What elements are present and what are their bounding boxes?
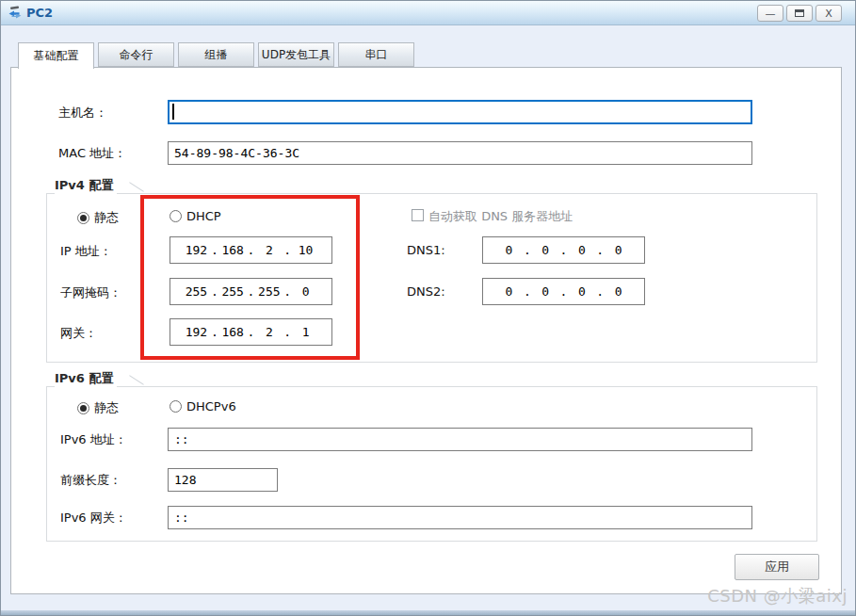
radio-selected-icon bbox=[77, 402, 89, 414]
tab-udp-tool[interactable]: UDP发包工具 bbox=[258, 42, 334, 67]
subnet-mask-field[interactable]: 255. 255. 255. 0 bbox=[170, 278, 332, 305]
maximize-button[interactable] bbox=[786, 5, 813, 22]
gateway-label: 网关： bbox=[60, 325, 97, 342]
subnet-mask-label: 子网掩码： bbox=[60, 284, 121, 301]
ipv6-address-input[interactable] bbox=[168, 428, 752, 451]
hostname-label: 主机名： bbox=[58, 105, 107, 122]
basic-config-panel: 主机名： MAC 地址： IPv4 配置 静态 DHCP IP 地址： 192.… bbox=[10, 67, 842, 594]
apply-button[interactable]: 应用 bbox=[735, 554, 819, 580]
close-button[interactable]: X bbox=[816, 5, 842, 22]
csdn-watermark: CSDN @小梁aixj bbox=[707, 585, 848, 608]
radio-unselected-icon bbox=[170, 210, 182, 222]
ip-address-field[interactable]: 192. 168. 2. 10 bbox=[170, 236, 332, 264]
dns-auto-label: 自动获取 DNS 服务器地址 bbox=[428, 208, 573, 225]
dns1-field[interactable]: 0. 0. 0. 0 bbox=[482, 236, 645, 264]
title-bar[interactable]: PC2 — X bbox=[1, 1, 855, 25]
hostname-input[interactable] bbox=[168, 100, 752, 124]
tab-multicast[interactable]: 组播 bbox=[178, 42, 254, 67]
prefix-length-input[interactable] bbox=[168, 468, 278, 492]
tab-command-line[interactable]: 命令行 bbox=[98, 42, 174, 67]
ipv6-group-label: IPv6 配置 bbox=[55, 370, 117, 387]
mac-input[interactable] bbox=[168, 141, 752, 165]
ipv4-group-tab-line bbox=[129, 182, 144, 192]
dns-auto-checkbox[interactable] bbox=[412, 209, 424, 221]
ipv6-gateway-input[interactable] bbox=[168, 506, 752, 529]
ipv4-static-radio[interactable]: 静态 bbox=[77, 209, 119, 226]
radio-unselected-icon bbox=[170, 400, 182, 413]
text-caret bbox=[172, 104, 174, 120]
minimize-button[interactable]: — bbox=[757, 5, 783, 22]
ipv4-group-label: IPv4 配置 bbox=[55, 177, 117, 194]
tab-basic-config[interactable]: 基础配置 bbox=[18, 42, 94, 69]
window-controls: — X bbox=[757, 5, 842, 22]
radio-selected-icon bbox=[77, 212, 89, 224]
ipv4-dhcp-radio[interactable]: DHCP bbox=[170, 209, 221, 223]
ipv6-group-tab-line bbox=[129, 375, 144, 385]
tab-serial-port[interactable]: 串口 bbox=[338, 42, 414, 67]
ipv6-static-radio[interactable]: 静态 bbox=[77, 399, 119, 416]
mac-label: MAC 地址： bbox=[58, 145, 126, 162]
dns2-field[interactable]: 0. 0. 0. 0 bbox=[482, 278, 645, 305]
ip-address-label: IP 地址： bbox=[60, 243, 112, 260]
dns2-label: DNS2: bbox=[407, 284, 445, 299]
ensp-pc-icon bbox=[8, 6, 23, 21]
prefix-length-label: 前缀长度： bbox=[60, 472, 121, 489]
pc-config-window: PC2 — X 基础配置 命令行 组播 UDP发包工具 串口 主机名： MAC … bbox=[0, 0, 856, 616]
maximize-icon bbox=[795, 9, 804, 17]
ipv6-address-label: IPv6 地址： bbox=[60, 431, 127, 448]
ipv6-gateway-label: IPv6 网关： bbox=[60, 510, 127, 527]
ipv6-dhcp-radio[interactable]: DHCPv6 bbox=[170, 399, 236, 413]
gateway-field[interactable]: 192. 168. 2. 1 bbox=[170, 318, 332, 346]
window-title: PC2 bbox=[26, 6, 53, 20]
dns1-label: DNS1: bbox=[407, 243, 445, 257]
